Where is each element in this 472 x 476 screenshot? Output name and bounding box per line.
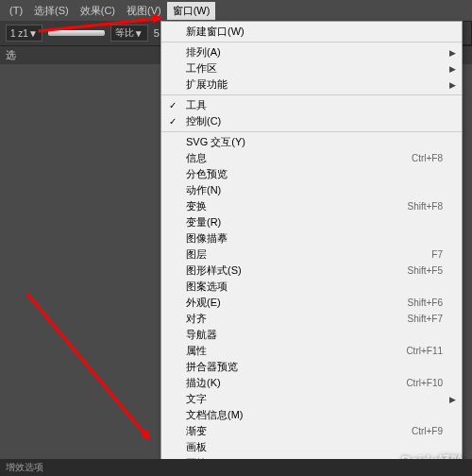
menu-item[interactable]: 文字▶	[161, 391, 462, 407]
menu-item-shortcut: Ctrl+F10	[406, 378, 443, 388]
menu-item[interactable]: 变换Shift+F8	[161, 198, 462, 214]
menu-item-shortcut: Shift+F7	[407, 314, 443, 324]
menu-item-shortcut: Ctrl+F11	[406, 346, 443, 356]
stroke-slider[interactable]	[48, 30, 105, 36]
menu-item[interactable]: 渐变Ctrl+F9	[161, 423, 462, 439]
window-menu-dropdown: 新建窗口(W)排列(A)▶工作区▶扩展功能▶✓工具✓控制(C)SVG 交互(Y)…	[160, 21, 463, 476]
menu-item-label: 扩展功能	[186, 77, 443, 92]
tab-label[interactable]: 选	[6, 48, 16, 62]
menu-item-label: 分色预览	[186, 167, 443, 181]
submenu-arrow-icon: ▶	[449, 80, 456, 90]
menu-item-shortcut: Shift+F6	[407, 298, 443, 308]
menu-item-label: 属性	[186, 344, 406, 358]
menu-item-label: 外观(E)	[186, 296, 407, 310]
menu-item[interactable]: 图案选项	[161, 279, 462, 295]
menu-item[interactable]: 新建窗口(W)	[161, 24, 462, 40]
menu-item-shortcut: Shift+F5	[407, 265, 443, 276]
menu-item-label: 图形样式(S)	[186, 264, 407, 278]
menu-item[interactable]: 变量(R)	[161, 214, 462, 230]
menu-item-label: 变量(R)	[186, 215, 443, 230]
menu-item[interactable]: 导航器	[161, 327, 462, 343]
status-label: 增效选项	[6, 461, 43, 474]
submenu-arrow-icon: ▶	[449, 395, 456, 404]
menu-item-window[interactable]: 窗口(W)	[167, 2, 216, 20]
annotation-arrow-2	[26, 293, 150, 439]
menu-item[interactable]: 外观(E)Shift+F6	[161, 295, 462, 311]
menu-item[interactable]: 图层F7	[161, 246, 462, 263]
chevron-down-icon: ▼	[28, 28, 38, 39]
menu-item-label: 图像描摹	[186, 231, 443, 246]
menu-item-select[interactable]: 选择(S)	[28, 2, 75, 20]
menu-item[interactable]: 动作(N)	[161, 182, 462, 198]
submenu-arrow-icon: ▶	[449, 48, 456, 58]
menu-item-label: 画板	[186, 440, 443, 454]
menu-item-shortcut: Ctrl+F9	[412, 426, 443, 436]
menu-item-label: 新建窗口(W)	[186, 25, 443, 39]
menu-item-shortcut: Ctrl+F8	[412, 153, 443, 163]
menu-item-shortcut: Shift+F8	[407, 201, 443, 212]
menu-item-label: 对齐	[186, 312, 407, 326]
menu-item[interactable]: 扩展功能▶	[161, 76, 462, 93]
check-icon: ✓	[169, 116, 177, 127]
menu-item[interactable]: 分色预览	[161, 166, 462, 182]
menu-item[interactable]: 属性Ctrl+F11	[161, 343, 462, 359]
menu-item[interactable]: 信息Ctrl+F8	[161, 150, 462, 166]
menu-item-label: 拼合器预览	[186, 360, 443, 374]
menu-item[interactable]: 描边(K)Ctrl+F10	[161, 375, 462, 391]
menu-item[interactable]: 文档信息(M)	[161, 407, 462, 423]
chevron-down-icon: ▼	[134, 28, 143, 39]
menu-item-label: SVG 交互(Y)	[186, 135, 443, 149]
menu-item-label: 信息	[186, 151, 412, 165]
menu-item-label: 工作区	[186, 61, 443, 76]
menu-item-label: 渐变	[186, 424, 412, 438]
menu-item[interactable]: 图形样式(S)Shift+F5	[161, 263, 462, 279]
menu-item[interactable]: 图像描摹	[161, 230, 462, 246]
menu-item-effect[interactable]: 效果(C)	[75, 2, 121, 20]
submenu-arrow-icon: ▶	[449, 64, 456, 74]
menu-item-label: 工具	[186, 98, 443, 112]
menu-item-label: 描边(K)	[186, 376, 406, 390]
zoom-combo[interactable]: 1 z1 ▼	[6, 25, 42, 42]
menu-item-label: 排列(A)	[186, 45, 443, 60]
menu-item[interactable]: 对齐Shift+F7	[161, 311, 462, 327]
menu-item-label: 图案选项	[186, 280, 443, 294]
menu-item[interactable]: 排列(A)▶	[161, 44, 462, 60]
menu-item-label: 动作(N)	[186, 183, 443, 197]
menu-item-shortcut: F7	[431, 249, 443, 260]
menu-item-label: 图层	[186, 247, 431, 262]
menu-item-label: 控制(C)	[186, 114, 443, 128]
menu-item-label: 文档信息(M)	[186, 408, 443, 422]
menu-item-label: 导航器	[186, 328, 443, 342]
menu-item-label: 文字	[186, 392, 443, 406]
menu-item-label: 变换	[186, 199, 407, 213]
menubar: (T) 选择(S) 效果(C) 视图(V) 窗口(W)	[0, 0, 472, 21]
menu-item-t[interactable]: (T)	[4, 3, 28, 18]
ratio-combo[interactable]: 等比 ▼	[110, 25, 148, 42]
check-icon: ✓	[169, 100, 177, 110]
menu-item[interactable]: 工作区▶	[161, 60, 462, 76]
menu-item[interactable]: ✓工具	[161, 97, 462, 113]
statusbar: 增效选项	[0, 459, 472, 476]
menu-item[interactable]: SVG 交互(Y)	[161, 134, 462, 150]
menu-item[interactable]: 拼合器预览	[161, 359, 462, 375]
menu-item[interactable]: ✓控制(C)	[161, 113, 462, 129]
